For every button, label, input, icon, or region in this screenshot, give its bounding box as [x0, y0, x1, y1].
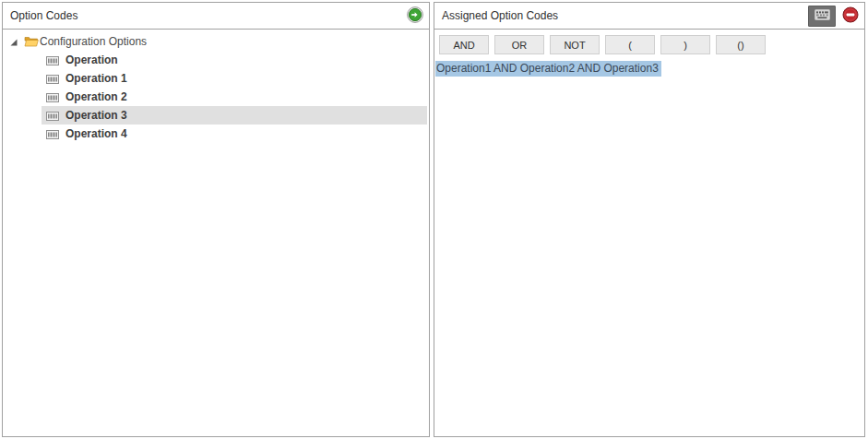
option-codes-title: Option Codes [10, 9, 77, 22]
tree-item-label: Operation [65, 53, 118, 66]
assign-option-button[interactable] [407, 8, 423, 25]
tree-item-operation-2[interactable]: Operation 2 [3, 88, 429, 106]
tree-node-configuration-options[interactable]: Configuration Options [3, 32, 429, 51]
option-codes-header: Option Codes [3, 3, 429, 30]
assigned-option-codes-panel: Assigned Option Codes [434, 2, 865, 437]
or-button[interactable]: OR [494, 35, 544, 54]
folder-icon [24, 35, 39, 50]
tree-item-label: Operation 3 [65, 109, 127, 122]
option-codes-window: Option Codes [0, 0, 868, 439]
close-paren-button[interactable]: ) [660, 35, 710, 54]
expression-selected-text[interactable]: Operation1 AND Operation2 AND Operation3 [435, 61, 661, 77]
tree-item-label: Operation 1 [65, 72, 127, 85]
barcode-icon [46, 55, 59, 68]
tree-item-label: Operation 2 [65, 90, 127, 103]
keyboard-icon [814, 9, 830, 23]
assigned-option-codes-title: Assigned Option Codes [442, 9, 558, 22]
paren-pair-button[interactable]: () [716, 35, 766, 54]
option-codes-panel: Option Codes [2, 2, 430, 437]
tree-expander-icon[interactable] [9, 37, 18, 50]
remove-option-button[interactable] [842, 8, 859, 25]
green-arrow-right-circle-icon [407, 6, 423, 26]
operator-toolbar: AND OR NOT ( ) () [434, 30, 864, 54]
and-button[interactable]: AND [439, 35, 489, 54]
tree-item-operation-3[interactable]: Operation 3 [3, 106, 429, 125]
barcode-icon [46, 92, 59, 105]
red-minus-circle-icon [842, 6, 859, 26]
tree-item-label: Operation 4 [65, 127, 127, 140]
expression-editor[interactable]: Operation1 AND Operation2 AND Operation3 [434, 61, 864, 77]
barcode-icon [46, 74, 59, 87]
barcode-icon [46, 129, 59, 142]
tree-item-operation-1[interactable]: Operation 1 [3, 69, 429, 88]
not-button[interactable]: NOT [550, 35, 600, 54]
tree-item-operation-4[interactable]: Operation 4 [3, 125, 429, 143]
assigned-option-codes-header: Assigned Option Codes [434, 3, 864, 30]
option-codes-tree: Configuration Options Operation [3, 30, 429, 143]
keyboard-toggle-button[interactable] [808, 6, 836, 27]
barcode-icon [46, 111, 59, 124]
tree-item-operation[interactable]: Operation [3, 51, 429, 69]
open-paren-button[interactable]: ( [605, 35, 655, 54]
tree-node-label: Configuration Options [40, 35, 147, 48]
